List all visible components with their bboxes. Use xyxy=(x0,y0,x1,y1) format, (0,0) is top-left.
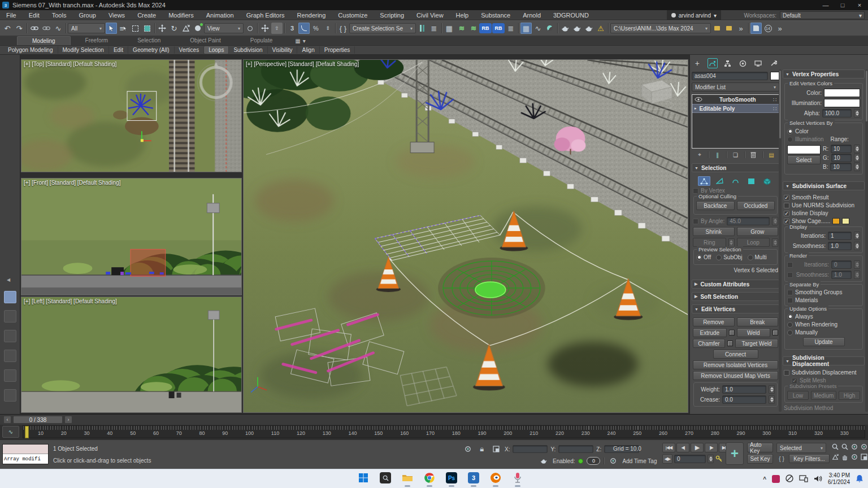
snaps-toggle-icon[interactable]: 3 xyxy=(287,23,298,34)
window-crossing-icon[interactable] xyxy=(141,23,153,34)
ribbon-panel[interactable]: Align xyxy=(297,46,319,54)
align-icon[interactable]: ≣ xyxy=(428,23,440,34)
cage-color-2-swatch[interactable] xyxy=(842,218,849,224)
viewport-left-label[interactable]: [+] [Left] [Standard] [Default Shading] xyxy=(24,298,117,304)
expand-icon[interactable]: ▸ xyxy=(695,106,697,111)
menu-item[interactable]: Scripting xyxy=(374,11,410,20)
previous-frame-icon[interactable]: ◀| xyxy=(676,443,689,452)
select-and-rotate-icon[interactable]: ↻ xyxy=(168,23,180,34)
add-key-button[interactable]: + xyxy=(726,442,744,465)
zoom-extents-all-icon[interactable] xyxy=(860,442,868,451)
ribbon-panel[interactable]: Loops xyxy=(204,46,229,54)
show-cage-checkbox[interactable]: ✓ xyxy=(784,219,789,224)
display-iterations-field[interactable]: 1 xyxy=(828,232,852,240)
update-manually-radio[interactable] xyxy=(787,330,793,336)
range-g-spinner[interactable] xyxy=(854,154,860,162)
select-by-color-value-swatch[interactable] xyxy=(787,145,821,154)
backface-button[interactable]: Backface xyxy=(696,201,735,210)
render-iterations-checkbox[interactable] xyxy=(787,262,793,268)
spinner-snap-icon[interactable]: ⇕ xyxy=(322,23,333,34)
alpha-spinner[interactable] xyxy=(854,109,860,117)
maxscript-mini-listener[interactable]: Array modifi xyxy=(2,444,49,464)
redo-icon[interactable]: ↷ xyxy=(14,23,25,34)
set-key-button[interactable]: Set Key xyxy=(747,454,773,464)
vertex-illumination-swatch[interactable] xyxy=(824,99,860,107)
angle-snap-icon[interactable] xyxy=(298,23,310,34)
render-iterations-field[interactable]: 0 xyxy=(831,260,852,269)
plugin-rb-icon-1[interactable]: RB xyxy=(479,23,492,33)
configure-modifier-sets-icon[interactable]: ▤ xyxy=(767,150,776,159)
schematic-view-icon[interactable]: ∿ xyxy=(532,23,544,34)
remove-isolated-vertices-button[interactable]: Remove Isolated Vertices xyxy=(693,360,778,369)
layer-explorer-icon[interactable]: ≋ xyxy=(455,23,467,34)
photoshop-icon[interactable]: Ps xyxy=(444,470,459,485)
by-vertex-checkbox[interactable] xyxy=(693,188,698,194)
object-color-swatch[interactable] xyxy=(770,72,779,80)
maximize-button[interactable]: □ xyxy=(834,0,851,10)
preset-low-button[interactable]: Low xyxy=(787,391,809,400)
select-and-move-icon[interactable] xyxy=(157,23,168,34)
loop-button[interactable]: Loop xyxy=(737,238,770,247)
range-b-spinner[interactable] xyxy=(854,163,860,171)
ribbon-panel[interactable]: Properties xyxy=(320,46,355,54)
shrink-button[interactable]: Shrink xyxy=(693,227,735,236)
ribbon-panel[interactable]: Visibility xyxy=(268,46,298,54)
range-g-field[interactable]: 10 xyxy=(831,154,852,162)
soft-selection-header[interactable]: ▶Soft Selection xyxy=(692,292,779,301)
viewport-front-label[interactable]: [+] [Front] [Standard] [Default Shading] xyxy=(24,180,121,186)
enabled-value-chip[interactable]: 0 xyxy=(587,457,600,465)
weld-button[interactable]: Weld xyxy=(737,328,771,337)
viewport-top-label[interactable]: [+] [Top] [Standard] [Default Shading] xyxy=(24,61,116,67)
current-frame-field[interactable]: 0 xyxy=(674,455,706,463)
preview-multi-radio[interactable] xyxy=(748,255,753,260)
ribbon-panel[interactable]: Polygon Modeling xyxy=(3,46,58,54)
preview-off-radio[interactable] xyxy=(696,255,702,260)
preset-medium-button[interactable]: Medium xyxy=(811,391,837,400)
stack-icon[interactable]: ≣ xyxy=(505,23,517,34)
crease-field[interactable]: 0.0 xyxy=(722,395,766,404)
pan-icon[interactable] xyxy=(840,452,849,461)
select-and-manipulate-icon[interactable] xyxy=(259,23,271,34)
utilities-tab-icon[interactable] xyxy=(768,58,778,68)
use-nurms-checkbox[interactable] xyxy=(784,203,789,208)
add-time-tag-label[interactable]: Add Time Tag xyxy=(622,458,657,464)
listener-macro-row[interactable] xyxy=(3,445,48,454)
tray-app-icon[interactable] xyxy=(772,475,780,483)
weld-settings-icon[interactable] xyxy=(772,330,778,336)
vertex-subobject-icon[interactable] xyxy=(698,176,710,186)
ribbon-tab[interactable]: Modeling xyxy=(17,36,71,45)
menu-item[interactable]: Tools xyxy=(46,11,73,20)
target-weld-button[interactable]: Target Weld xyxy=(735,339,778,348)
select-and-link-icon[interactable] xyxy=(29,23,40,34)
render-smoothness-checkbox[interactable] xyxy=(787,272,793,278)
workspace-dropdown[interactable]: Default▾ xyxy=(780,11,865,19)
named-selection-dropdown[interactable]: Create Selection Se▾ xyxy=(349,23,416,33)
update-when-rendering-radio[interactable] xyxy=(787,322,793,328)
timeline-ruler[interactable]: 1020304050607080901001101201301401501601… xyxy=(23,425,865,438)
update-button[interactable]: Update xyxy=(803,337,845,346)
menu-item[interactable]: 3DGROUND xyxy=(547,11,595,20)
ribbon-panel[interactable]: Edit xyxy=(109,46,128,54)
strip-tool-6[interactable] xyxy=(4,389,16,402)
bind-to-spacewarp-icon[interactable]: ∿ xyxy=(53,23,64,34)
ribbon-panel[interactable]: Modify Selection xyxy=(58,46,109,54)
render-iterations-spinner[interactable] xyxy=(854,260,860,269)
display-smoothness-spinner[interactable] xyxy=(854,242,860,250)
remove-modifier-icon[interactable] xyxy=(749,150,758,159)
range-b-field[interactable]: 10 xyxy=(830,163,852,171)
subdivision-displacement-checkbox[interactable] xyxy=(784,370,789,376)
recorder-icon[interactable] xyxy=(510,470,525,485)
next-frame-icon[interactable]: › xyxy=(64,416,72,424)
display-device-icon[interactable] xyxy=(799,475,808,483)
cage-color-1-swatch[interactable] xyxy=(832,218,840,224)
extrude-settings-icon[interactable] xyxy=(729,330,735,336)
pin-stack-icon[interactable]: ⌖ xyxy=(695,150,704,159)
zoom-all-icon[interactable] xyxy=(840,442,849,451)
zoom-icon[interactable] xyxy=(831,442,839,451)
show-end-result-icon[interactable]: ∥ xyxy=(713,150,722,159)
smooth-result-checkbox[interactable]: ✓ xyxy=(784,195,789,201)
viewport-top[interactable]: [+] [Top] [Standard] [Default Shading] xyxy=(21,59,242,172)
strip-tool-3[interactable] xyxy=(4,330,16,342)
keyboard-override-icon[interactable]: ⇧ xyxy=(271,23,283,34)
render-icon[interactable] xyxy=(583,23,594,34)
